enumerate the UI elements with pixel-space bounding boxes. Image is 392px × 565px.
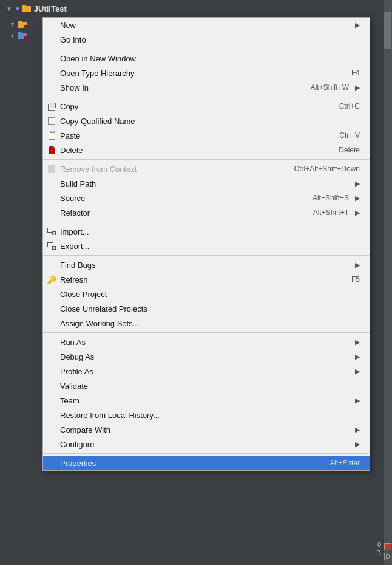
menu-item-assign-working-sets[interactable]: Assign Working Sets...	[43, 316, 370, 330]
menu-item-shortcut-refactor: Alt+Shift+T	[313, 208, 349, 217]
menu-item-label-debug-as: Debug As	[60, 352, 349, 361]
menu-item-validate[interactable]: Validate	[43, 378, 370, 393]
menu-item-refactor[interactable]: RefactorAlt+Shift+T▶	[43, 205, 370, 220]
menu-item-arrow-run-as: ▶	[355, 338, 360, 346]
remove-from-context-icon	[47, 164, 56, 174]
svg-rect-7	[24, 36, 27, 39]
menu-item-arrow-find-bugs: ▶	[355, 261, 360, 269]
menu-item-label-copy: Copy	[60, 102, 327, 111]
tree-collapse-arrow: ▼	[6, 5, 12, 12]
tree-icon: ▼	[15, 4, 32, 13]
menu-item-restore-local[interactable]: Restore from Local History...	[43, 408, 370, 422]
separator-after-assign-working-sets	[43, 332, 370, 333]
indicator-0: 0	[377, 541, 381, 548]
folder-icon-2	[18, 19, 27, 29]
menu-item-paste[interactable]: PasteCtrl+V	[43, 128, 370, 143]
copy-qualified-name-icon	[47, 116, 56, 126]
menu-item-arrow-debug-as: ▶	[355, 353, 360, 361]
menu-item-shortcut-refresh: F5	[351, 275, 360, 284]
menu-item-copy-qualified-name[interactable]: Copy Qualified Name	[43, 114, 370, 128]
menu-item-copy[interactable]: CopyCtrl+C	[43, 99, 370, 114]
menu-item-go-into[interactable]: Go Into	[43, 32, 370, 47]
menu-item-import[interactable]: Import...	[43, 224, 370, 239]
menu-item-close-unrelated[interactable]: Close Unrelated Projects	[43, 301, 370, 316]
folder-icon	[22, 4, 32, 13]
bottom-indicator-2: D	[384, 553, 391, 560]
scrollbar-thumb[interactable]	[384, 12, 391, 49]
menu-item-label-new: New	[60, 21, 349, 30]
menu-item-arrow-build-path: ▶	[355, 180, 360, 188]
menu-item-debug-as[interactable]: Debug As▶	[43, 349, 370, 364]
menu-item-shortcut-open-type-hierarchy: F4	[351, 69, 360, 77]
menu-item-label-paste: Paste	[60, 131, 327, 140]
menu-item-new[interactable]: New▶	[43, 18, 370, 32]
menu-item-arrow-refactor: ▶	[355, 209, 360, 217]
paste-icon	[47, 131, 56, 140]
tree-header: ▼ ▼ JUtilTest	[6, 4, 67, 13]
menu-item-label-delete: Delete	[60, 146, 326, 155]
svg-rect-3	[18, 21, 22, 23]
menu-item-label-remove-from-context: Remove from Context	[60, 165, 282, 174]
menu-item-label-properties: Properties	[60, 459, 317, 468]
menu-item-shortcut-copy: Ctrl+C	[339, 102, 360, 111]
menu-item-label-validate: Validate	[60, 382, 360, 391]
menu-item-label-refactor: Refactor	[60, 208, 301, 217]
menu-item-delete[interactable]: DeleteDelete	[43, 143, 370, 157]
menu-item-arrow-new: ▶	[355, 21, 360, 29]
separator-after-refactor	[43, 222, 370, 222]
menu-item-open-type-hierarchy[interactable]: Open Type HierarchyF4	[43, 66, 370, 80]
separator-after-go-into	[43, 49, 370, 49]
folder-icon-3	[18, 31, 27, 41]
refresh-icon: 🔑	[47, 275, 56, 284]
menu-item-shortcut-paste: Ctrl+V	[339, 131, 360, 140]
project-name: JUtilTest	[34, 4, 67, 13]
indicator-d: D	[376, 549, 381, 556]
delete-icon	[47, 145, 56, 155]
separator-after-delete	[43, 159, 370, 160]
menu-item-close-project[interactable]: Close Project	[43, 287, 370, 301]
menu-item-label-profile-as: Profile As	[60, 367, 349, 376]
scrollbar[interactable]: D	[384, 0, 392, 565]
menu-item-label-build-path: Build Path	[60, 179, 349, 188]
menu-item-arrow-compare-with: ▶	[355, 426, 360, 434]
menu-item-source[interactable]: SourceAlt+Shift+S▶	[43, 191, 370, 205]
menu-item-label-run-as: Run As	[60, 338, 349, 347]
menu-item-label-export: Export...	[60, 242, 360, 251]
separator-after-configure	[43, 453, 370, 454]
menu-item-team[interactable]: Team▶	[43, 393, 370, 408]
menu-item-label-assign-working-sets: Assign Working Sets...	[60, 319, 360, 328]
menu-item-shortcut-properties: Alt+Enter	[329, 459, 360, 467]
menu-item-shortcut-source: Alt+Shift+S	[313, 194, 349, 202]
menu-item-arrow-team: ▶	[355, 397, 360, 405]
menu-item-label-copy-qualified-name: Copy Qualified Name	[60, 117, 360, 126]
separator-after-export	[43, 255, 370, 256]
menu-item-label-refresh: Refresh	[60, 275, 339, 284]
menu-item-properties[interactable]: PropertiesAlt+Enter	[43, 456, 370, 470]
menu-item-compare-with[interactable]: Compare With▶	[43, 422, 370, 437]
background: ▼ ▼ JUtilTest ▼ ▼	[0, 0, 392, 565]
menu-item-open-new-window[interactable]: Open in New Window	[43, 51, 370, 66]
menu-item-shortcut-delete: Delete	[339, 146, 360, 154]
menu-item-run-as[interactable]: Run As▶	[43, 335, 370, 349]
menu-item-remove-from-context: Remove from ContextCtrl+Alt+Shift+Down	[43, 162, 370, 176]
menu-item-show-in[interactable]: Show InAlt+Shift+W▶	[43, 80, 370, 95]
copy-icon	[47, 101, 56, 111]
menu-item-arrow-source: ▶	[355, 194, 360, 202]
menu-item-profile-as[interactable]: Profile As▶	[43, 364, 370, 378]
menu-item-arrow-show-in: ▶	[355, 84, 360, 92]
tree-sub-items: ▼ ▼	[10, 19, 27, 41]
menu-item-label-import: Import...	[60, 227, 360, 236]
menu-item-shortcut-remove-from-context: Ctrl+Alt+Shift+Down	[294, 165, 360, 173]
menu-item-label-configure: Configure	[60, 440, 349, 449]
menu-item-label-team: Team	[60, 396, 349, 405]
menu-item-label-show-in: Show In	[60, 83, 299, 92]
menu-item-export[interactable]: Export...	[43, 239, 370, 253]
menu-item-configure[interactable]: Configure▶	[43, 437, 370, 451]
svg-rect-1	[22, 5, 26, 7]
menu-item-arrow-configure: ▶	[355, 440, 360, 448]
context-menu: New▶Go IntoOpen in New WindowOpen Type H…	[42, 17, 370, 471]
menu-item-build-path[interactable]: Build Path▶	[43, 176, 370, 191]
menu-item-refresh[interactable]: 🔑RefreshF5	[43, 272, 370, 287]
separator-after-show-in	[43, 97, 370, 97]
menu-item-find-bugs[interactable]: Find Bugs▶	[43, 258, 370, 272]
